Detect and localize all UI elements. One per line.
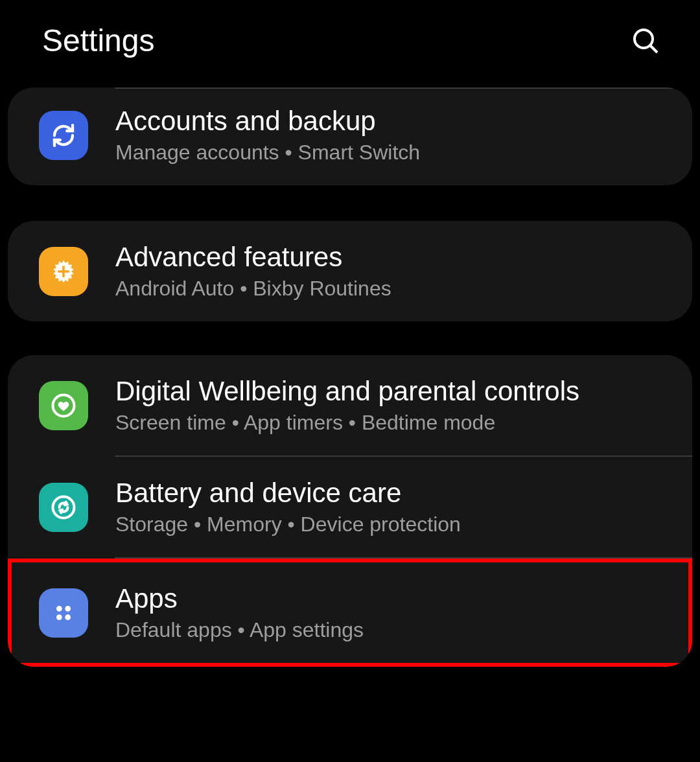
svg-point-8 xyxy=(56,614,62,620)
item-title: Advanced features xyxy=(115,242,391,273)
item-title: Battery and device care xyxy=(115,478,461,509)
svg-line-1 xyxy=(651,46,657,52)
grid-dots-icon xyxy=(39,588,88,638)
svg-point-5 xyxy=(53,496,75,518)
refresh-circle-icon xyxy=(39,483,88,532)
svg-point-9 xyxy=(65,614,71,620)
settings-group: Accounts and backup Manage accounts • Sm… xyxy=(8,87,692,185)
item-title: Accounts and backup xyxy=(115,106,420,137)
item-text: Digital Wellbeing and parental controls … xyxy=(115,376,579,435)
item-subtitle: Manage accounts • Smart Switch xyxy=(115,141,420,165)
settings-item-apps[interactable]: Apps Default apps • App settings xyxy=(8,559,692,667)
settings-header: Settings xyxy=(0,0,700,87)
item-title: Apps xyxy=(115,583,364,614)
svg-point-6 xyxy=(56,606,62,612)
settings-item-accounts-backup[interactable]: Accounts and backup Manage accounts • Sm… xyxy=(8,89,692,185)
page-title: Settings xyxy=(42,23,154,58)
svg-rect-3 xyxy=(58,270,69,273)
sync-icon xyxy=(39,111,88,160)
settings-item-battery-device-care[interactable]: Battery and device care Storage • Memory… xyxy=(8,457,692,557)
plus-gear-icon xyxy=(39,247,88,296)
item-subtitle: Android Auto • Bixby Routines xyxy=(115,277,391,301)
settings-item-advanced-features[interactable]: Advanced features Android Auto • Bixby R… xyxy=(8,221,692,321)
item-subtitle: Screen time • App timers • Bedtime mode xyxy=(115,411,579,435)
settings-group: Digital Wellbeing and parental controls … xyxy=(8,355,692,667)
heart-circle-icon xyxy=(39,381,88,430)
svg-point-0 xyxy=(635,30,653,48)
item-subtitle: Storage • Memory • Device protection xyxy=(115,513,461,537)
settings-item-digital-wellbeing[interactable]: Digital Wellbeing and parental controls … xyxy=(8,355,692,456)
settings-group: Advanced features Android Auto • Bixby R… xyxy=(8,221,692,321)
item-text: Accounts and backup Manage accounts • Sm… xyxy=(115,106,420,165)
item-text: Apps Default apps • App settings xyxy=(115,583,364,642)
item-text: Battery and device care Storage • Memory… xyxy=(115,478,461,537)
item-text: Advanced features Android Auto • Bixby R… xyxy=(115,242,391,301)
item-subtitle: Default apps • App settings xyxy=(115,618,364,642)
search-icon[interactable] xyxy=(630,25,661,56)
item-title: Digital Wellbeing and parental controls xyxy=(115,376,579,407)
svg-point-7 xyxy=(65,606,71,612)
